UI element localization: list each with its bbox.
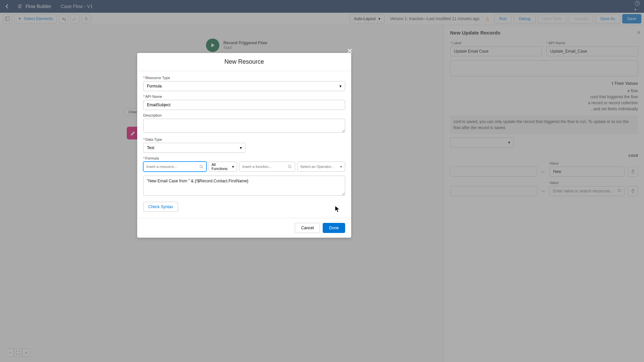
formula-editor[interactable]: "New Email Case from " & {!$Record.Conta… [143, 176, 345, 196]
modal-close-button[interactable]: × [347, 46, 353, 56]
function-placeholder: Insert a function... [242, 165, 271, 169]
svg-line-8 [202, 167, 203, 168]
api-name-input[interactable] [143, 100, 345, 110]
resource-type-value: Formula [147, 84, 162, 88]
new-resource-modal: × New Resource *Resource Type Formula ▾ … [137, 53, 351, 238]
resource-type-label: *Resource Type [143, 76, 345, 80]
data-type-label: *Data Type [143, 137, 345, 141]
description-label: Description [143, 113, 345, 117]
resource-type-select[interactable]: Formula ▾ [143, 81, 345, 91]
search-icon [199, 165, 204, 169]
chevron-down-icon: ▾ [340, 165, 342, 169]
cancel-button[interactable]: Cancel [295, 223, 320, 233]
chevron-down-icon: ▾ [232, 165, 234, 169]
insert-resource-input[interactable]: Insert a resource... [143, 162, 207, 172]
done-button[interactable]: Done [323, 223, 345, 233]
chevron-down-icon: ▾ [339, 84, 341, 88]
search-icon [288, 165, 292, 169]
operator-placeholder: Select an Operator... [300, 165, 334, 169]
chevron-down-icon: ▾ [240, 145, 242, 150]
insert-function-input[interactable]: Insert a function... [239, 162, 295, 172]
description-textarea[interactable] [143, 119, 345, 133]
functions-dropdown[interactable]: All Functions ▾ [209, 162, 237, 172]
svg-line-10 [290, 167, 291, 168]
data-type-select[interactable]: Text ▾ [143, 143, 246, 153]
resource-placeholder: Insert a resource... [146, 165, 177, 169]
operator-dropdown[interactable]: Select an Operator... ▾ [297, 162, 345, 172]
api-name-label: *API Name [143, 95, 345, 99]
formula-label: *Formula [143, 156, 345, 160]
svg-point-7 [200, 165, 202, 167]
data-type-value: Text [147, 145, 154, 150]
check-syntax-button[interactable]: Check Syntax [143, 202, 178, 212]
svg-point-9 [288, 165, 291, 167]
modal-title: New Resource [137, 53, 351, 71]
functions-label: All Functions [212, 163, 232, 171]
